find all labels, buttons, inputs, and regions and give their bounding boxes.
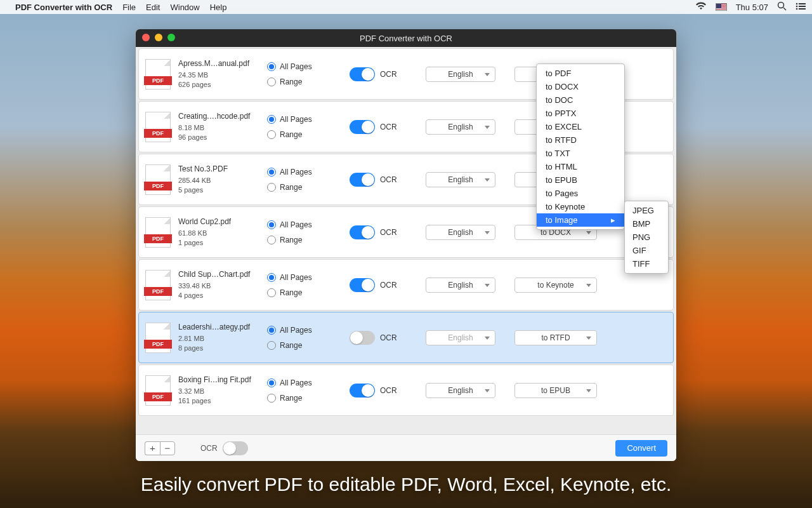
- image-format-option[interactable]: BMP: [625, 217, 668, 231]
- pdf-file-icon: [145, 112, 171, 142]
- svg-point-6: [796, 8, 798, 10]
- menubar-window[interactable]: Window: [170, 3, 199, 12]
- format-option[interactable]: to TXT: [537, 147, 624, 160]
- radio-all-pages[interactable]: All Pages: [267, 62, 350, 71]
- radio-all-pages[interactable]: All Pages: [267, 326, 350, 335]
- file-info: Apress.M…anual.pdf24.35 MB626 pages: [178, 59, 267, 90]
- menubar-clock[interactable]: Thu 5:07: [736, 3, 768, 12]
- format-submenu-popup[interactable]: JPEGBMPPNGGIFTIFF: [624, 201, 669, 274]
- language-select[interactable]: English: [426, 383, 495, 398]
- format-option[interactable]: to DOCX: [537, 80, 624, 93]
- ocr-toggle[interactable]: [350, 384, 375, 398]
- radio-all-pages[interactable]: All Pages: [267, 220, 350, 229]
- ocr-toggle[interactable]: [350, 67, 375, 81]
- file-info: Creating.…hcode.pdf8.18 MB96 pages: [178, 112, 267, 142]
- file-name: Leadershi…ategy.pdf: [178, 323, 267, 331]
- file-row[interactable]: Boxing Fi…ing Fit.pdf3.32 MB161 pagesAll…: [138, 364, 674, 416]
- format-option[interactable]: to DOC: [537, 93, 624, 107]
- image-format-option[interactable]: PNG: [625, 231, 668, 244]
- file-size: 2.81 MB: [178, 334, 267, 344]
- format-select[interactable]: to Keynote: [514, 277, 597, 293]
- menu-lines-icon[interactable]: [796, 2, 806, 12]
- format-option[interactable]: to Pages: [537, 187, 624, 200]
- language-select[interactable]: English: [426, 225, 495, 240]
- language-select[interactable]: English: [426, 172, 495, 187]
- footer-bar: + − OCR Convert: [136, 434, 676, 461]
- format-option[interactable]: to HTML: [537, 160, 624, 173]
- radio-all-pages[interactable]: All Pages: [267, 273, 350, 282]
- ocr-toggle[interactable]: [350, 225, 375, 239]
- menubar-help[interactable]: Help: [210, 3, 227, 12]
- file-name: Child Sup…Chart.pdf: [178, 270, 267, 279]
- language-select[interactable]: English: [426, 119, 495, 135]
- format-menu-popup[interactable]: to PDFto DOCXto DOCto PPTXto EXCELto RTF…: [536, 64, 625, 230]
- radio-range[interactable]: Range: [267, 183, 350, 192]
- svg-point-2: [796, 3, 798, 5]
- ocr-toggle[interactable]: [350, 120, 375, 134]
- file-pages: 5 pages: [178, 185, 267, 195]
- radio-range[interactable]: Range: [267, 77, 350, 86]
- language-select[interactable]: English: [426, 67, 495, 82]
- spotlight-icon[interactable]: [777, 1, 787, 13]
- format-option[interactable]: to Image▸: [537, 213, 624, 227]
- convert-button[interactable]: Convert: [615, 440, 667, 457]
- radio-all-pages[interactable]: All Pages: [267, 378, 350, 387]
- ocr-label: OCR: [380, 123, 397, 131]
- format-option[interactable]: to Keynote: [537, 200, 624, 213]
- file-name: Creating.…hcode.pdf: [178, 112, 267, 121]
- ocr-toggle[interactable]: [350, 331, 375, 345]
- footer-ocr-label: OCR: [200, 444, 218, 453]
- format-option[interactable]: to PDF: [537, 67, 624, 80]
- image-format-option[interactable]: TIFF: [625, 257, 668, 271]
- svg-rect-7: [799, 8, 806, 10]
- radio-range[interactable]: Range: [267, 288, 350, 297]
- window-titlebar[interactable]: PDF Converter with OCR: [136, 29, 676, 47]
- radio-range[interactable]: Range: [267, 130, 350, 139]
- image-format-option[interactable]: GIF: [625, 244, 668, 257]
- file-row[interactable]: Child Sup…Chart.pdf339.48 KB4 pagesAll P…: [138, 259, 674, 311]
- language-select[interactable]: English: [426, 330, 495, 345]
- footer-ocr-toggle[interactable]: [223, 441, 248, 455]
- ocr-label: OCR: [380, 386, 397, 395]
- ocr-label: OCR: [380, 70, 397, 79]
- file-name: Boxing Fi…ing Fit.pdf: [178, 375, 267, 384]
- file-info: World Cup2.pdf61.88 KB1 pages: [178, 217, 267, 248]
- file-name: Test No.3.PDF: [178, 164, 267, 173]
- menubar-app-name[interactable]: PDF Converter with OCR: [15, 3, 112, 12]
- ocr-label: OCR: [380, 281, 397, 290]
- menubar-file[interactable]: File: [122, 3, 136, 12]
- file-pages: 4 pages: [178, 291, 267, 300]
- image-format-option[interactable]: JPEG: [625, 204, 668, 217]
- format-option[interactable]: to RTFD: [537, 133, 624, 147]
- remove-file-button[interactable]: −: [160, 441, 175, 455]
- file-info: Boxing Fi…ing Fit.pdf3.32 MB161 pages: [178, 375, 267, 406]
- flag-us-icon[interactable]: [716, 3, 727, 11]
- svg-rect-5: [799, 6, 806, 7]
- wifi-icon[interactable]: [695, 2, 707, 12]
- radio-all-pages[interactable]: All Pages: [267, 115, 350, 124]
- format-option[interactable]: to PPTX: [537, 107, 624, 120]
- zoom-window-button[interactable]: [167, 34, 175, 41]
- file-size: 3.32 MB: [178, 387, 267, 396]
- pdf-file-icon: [145, 375, 171, 406]
- add-file-button[interactable]: +: [145, 441, 160, 455]
- radio-range[interactable]: Range: [267, 236, 350, 244]
- format-option[interactable]: to EXCEL: [537, 120, 624, 133]
- radio-range[interactable]: Range: [267, 341, 350, 350]
- radio-range[interactable]: Range: [267, 394, 350, 403]
- menubar-edit[interactable]: Edit: [146, 3, 160, 12]
- file-size: 339.48 KB: [178, 281, 267, 291]
- ocr-toggle[interactable]: [350, 173, 375, 187]
- file-pages: 1 pages: [178, 238, 267, 248]
- language-select[interactable]: English: [426, 277, 495, 293]
- file-row[interactable]: Leadershi…ategy.pdf2.81 MB8 pagesAll Pag…: [138, 312, 674, 363]
- file-info: Test No.3.PDF285.44 KB5 pages: [178, 164, 267, 195]
- close-window-button[interactable]: [142, 34, 150, 41]
- radio-all-pages[interactable]: All Pages: [267, 168, 350, 177]
- format-select[interactable]: to EPUB: [514, 383, 597, 398]
- format-select[interactable]: to RTFD: [514, 330, 597, 345]
- minimize-window-button[interactable]: [155, 34, 162, 41]
- file-name: World Cup2.pdf: [178, 217, 267, 226]
- ocr-toggle[interactable]: [350, 278, 375, 292]
- format-option[interactable]: to EPUB: [537, 173, 624, 187]
